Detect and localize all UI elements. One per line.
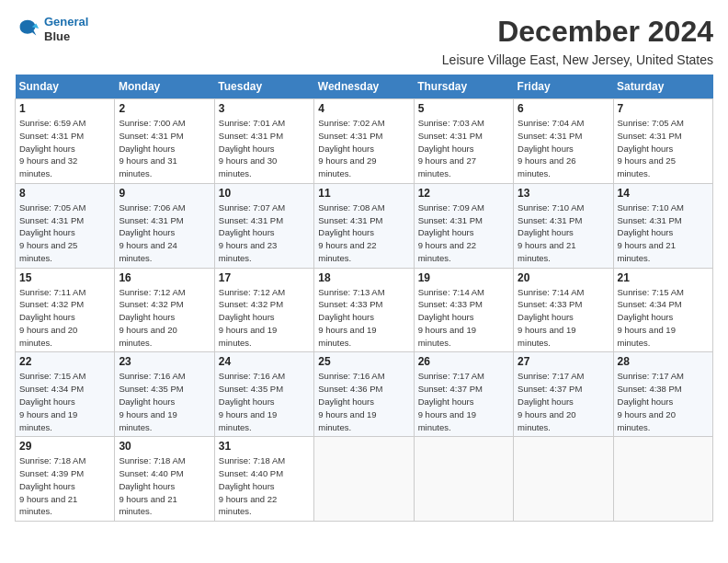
day-number: 29 [19, 440, 110, 453]
day-info: Sunrise: 7:15 AMSunset: 4:34 PMDaylight … [618, 286, 709, 350]
calendar-cell: 18Sunrise: 7:13 AMSunset: 4:33 PMDayligh… [314, 268, 414, 352]
calendar-cell [514, 437, 613, 522]
calendar-cell: 2Sunrise: 7:00 AMSunset: 4:31 PMDaylight… [115, 99, 214, 184]
day-number: 16 [119, 271, 210, 284]
day-info: Sunrise: 7:18 AMSunset: 4:40 PMDaylight … [219, 454, 310, 518]
day-number: 11 [318, 187, 409, 200]
day-header-wednesday: Wednesday [314, 75, 414, 99]
day-info: Sunrise: 7:06 AMSunset: 4:31 PMDaylight … [119, 201, 210, 265]
calendar-cell: 16Sunrise: 7:12 AMSunset: 4:32 PMDayligh… [115, 268, 214, 352]
calendar-cell: 13Sunrise: 7:10 AMSunset: 4:31 PMDayligh… [514, 183, 613, 268]
day-info: Sunrise: 7:12 AMSunset: 4:32 PMDaylight … [219, 286, 310, 350]
day-info: Sunrise: 7:10 AMSunset: 4:31 PMDaylight … [618, 201, 709, 265]
calendar-table: SundayMondayTuesdayWednesdayThursdayFrid… [15, 75, 713, 522]
calendar-cell: 9Sunrise: 7:06 AMSunset: 4:31 PMDaylight… [115, 183, 214, 268]
day-info: Sunrise: 7:16 AMSunset: 4:35 PMDaylight … [119, 370, 210, 433]
day-info: Sunrise: 7:00 AMSunset: 4:31 PMDaylight … [119, 117, 210, 180]
logo-text: General Blue [44, 15, 88, 43]
day-number: 26 [418, 355, 509, 368]
day-info: Sunrise: 7:05 AMSunset: 4:31 PMDaylight … [618, 117, 709, 180]
day-number: 15 [19, 271, 110, 284]
day-number: 3 [219, 102, 310, 115]
day-info: Sunrise: 7:18 AMSunset: 4:39 PMDaylight … [19, 454, 110, 518]
calendar-header-row: SundayMondayTuesdayWednesdayThursdayFrid… [16, 75, 713, 99]
calendar-week-row: 15Sunrise: 7:11 AMSunset: 4:32 PMDayligh… [16, 268, 713, 352]
day-info: Sunrise: 7:15 AMSunset: 4:34 PMDaylight … [19, 370, 110, 433]
day-number: 2 [119, 102, 210, 115]
day-number: 21 [618, 271, 709, 284]
calendar-cell: 5Sunrise: 7:03 AMSunset: 4:31 PMDaylight… [414, 99, 513, 184]
day-info: Sunrise: 7:07 AMSunset: 4:31 PMDaylight … [219, 201, 310, 265]
calendar-cell: 25Sunrise: 7:16 AMSunset: 4:36 PMDayligh… [314, 352, 414, 437]
day-number: 23 [119, 355, 210, 368]
calendar-cell: 6Sunrise: 7:04 AMSunset: 4:31 PMDaylight… [514, 99, 613, 184]
calendar-cell: 14Sunrise: 7:10 AMSunset: 4:31 PMDayligh… [613, 183, 712, 268]
day-info: Sunrise: 7:14 AMSunset: 4:33 PMDaylight … [518, 286, 609, 350]
day-info: Sunrise: 7:10 AMSunset: 4:31 PMDaylight … [518, 201, 609, 265]
day-number: 6 [518, 102, 609, 115]
calendar-cell: 3Sunrise: 7:01 AMSunset: 4:31 PMDaylight… [214, 99, 313, 184]
day-header-friday: Friday [514, 75, 613, 99]
day-number: 13 [518, 187, 609, 200]
calendar-cell [613, 437, 712, 522]
day-info: Sunrise: 7:18 AMSunset: 4:40 PMDaylight … [119, 454, 210, 518]
calendar-cell: 22Sunrise: 7:15 AMSunset: 4:34 PMDayligh… [16, 352, 115, 437]
calendar-week-row: 8Sunrise: 7:05 AMSunset: 4:31 PMDaylight… [16, 183, 713, 268]
day-info: Sunrise: 7:09 AMSunset: 4:31 PMDaylight … [418, 201, 509, 265]
calendar-cell: 29Sunrise: 7:18 AMSunset: 4:39 PMDayligh… [16, 437, 115, 522]
day-header-thursday: Thursday [414, 75, 513, 99]
day-number: 7 [618, 102, 709, 115]
day-number: 14 [618, 187, 709, 200]
day-number: 22 [19, 355, 110, 368]
calendar-week-row: 22Sunrise: 7:15 AMSunset: 4:34 PMDayligh… [16, 352, 713, 437]
month-title-block: December 2024 [497, 15, 713, 49]
logo: General Blue [15, 15, 88, 43]
day-info: Sunrise: 7:03 AMSunset: 4:31 PMDaylight … [418, 117, 509, 180]
calendar-cell: 26Sunrise: 7:17 AMSunset: 4:37 PMDayligh… [414, 352, 513, 437]
calendar-cell: 15Sunrise: 7:11 AMSunset: 4:32 PMDayligh… [16, 268, 115, 352]
day-header-monday: Monday [115, 75, 214, 99]
day-number: 20 [518, 271, 609, 284]
day-info: Sunrise: 7:14 AMSunset: 4:33 PMDaylight … [418, 286, 509, 350]
calendar-cell: 28Sunrise: 7:17 AMSunset: 4:38 PMDayligh… [613, 352, 712, 437]
day-number: 28 [618, 355, 709, 368]
day-info: Sunrise: 7:02 AMSunset: 4:31 PMDaylight … [318, 117, 409, 180]
day-header-tuesday: Tuesday [214, 75, 313, 99]
day-number: 27 [518, 355, 609, 368]
day-info: Sunrise: 7:17 AMSunset: 4:38 PMDaylight … [618, 370, 709, 433]
calendar-cell: 12Sunrise: 7:09 AMSunset: 4:31 PMDayligh… [414, 183, 513, 268]
calendar-cell: 30Sunrise: 7:18 AMSunset: 4:40 PMDayligh… [115, 437, 214, 522]
calendar-cell: 17Sunrise: 7:12 AMSunset: 4:32 PMDayligh… [214, 268, 313, 352]
day-info: Sunrise: 7:11 AMSunset: 4:32 PMDaylight … [19, 286, 110, 350]
calendar-cell: 21Sunrise: 7:15 AMSunset: 4:34 PMDayligh… [613, 268, 712, 352]
day-info: Sunrise: 7:16 AMSunset: 4:35 PMDaylight … [219, 370, 310, 433]
calendar-cell: 8Sunrise: 7:05 AMSunset: 4:31 PMDaylight… [16, 183, 115, 268]
calendar-cell: 23Sunrise: 7:16 AMSunset: 4:35 PMDayligh… [115, 352, 214, 437]
day-number: 17 [219, 271, 310, 284]
calendar-cell: 31Sunrise: 7:18 AMSunset: 4:40 PMDayligh… [214, 437, 313, 522]
day-number: 10 [219, 187, 310, 200]
day-header-sunday: Sunday [16, 75, 115, 99]
calendar-cell [414, 437, 513, 522]
location-subtitle: Leisure Village East, New Jersey, United… [15, 52, 713, 67]
page-header: General Blue December 2024 [15, 15, 713, 49]
day-info: Sunrise: 7:04 AMSunset: 4:31 PMDaylight … [518, 117, 609, 180]
month-title: December 2024 [497, 15, 713, 49]
day-number: 4 [318, 102, 409, 115]
day-info: Sunrise: 6:59 AMSunset: 4:31 PMDaylight … [19, 117, 110, 180]
calendar-week-row: 29Sunrise: 7:18 AMSunset: 4:39 PMDayligh… [16, 437, 713, 522]
day-number: 18 [318, 271, 409, 284]
day-info: Sunrise: 7:13 AMSunset: 4:33 PMDaylight … [318, 286, 409, 350]
calendar-cell: 4Sunrise: 7:02 AMSunset: 4:31 PMDaylight… [314, 99, 414, 184]
day-number: 5 [418, 102, 509, 115]
calendar-cell: 27Sunrise: 7:17 AMSunset: 4:37 PMDayligh… [514, 352, 613, 437]
calendar-cell: 1Sunrise: 6:59 AMSunset: 4:31 PMDaylight… [16, 99, 115, 184]
day-info: Sunrise: 7:08 AMSunset: 4:31 PMDaylight … [318, 201, 409, 265]
calendar-cell [314, 437, 414, 522]
day-number: 24 [219, 355, 310, 368]
day-number: 8 [19, 187, 110, 200]
day-number: 12 [418, 187, 509, 200]
calendar-week-row: 1Sunrise: 6:59 AMSunset: 4:31 PMDaylight… [16, 99, 713, 184]
day-info: Sunrise: 7:16 AMSunset: 4:36 PMDaylight … [318, 370, 409, 433]
day-number: 19 [418, 271, 509, 284]
